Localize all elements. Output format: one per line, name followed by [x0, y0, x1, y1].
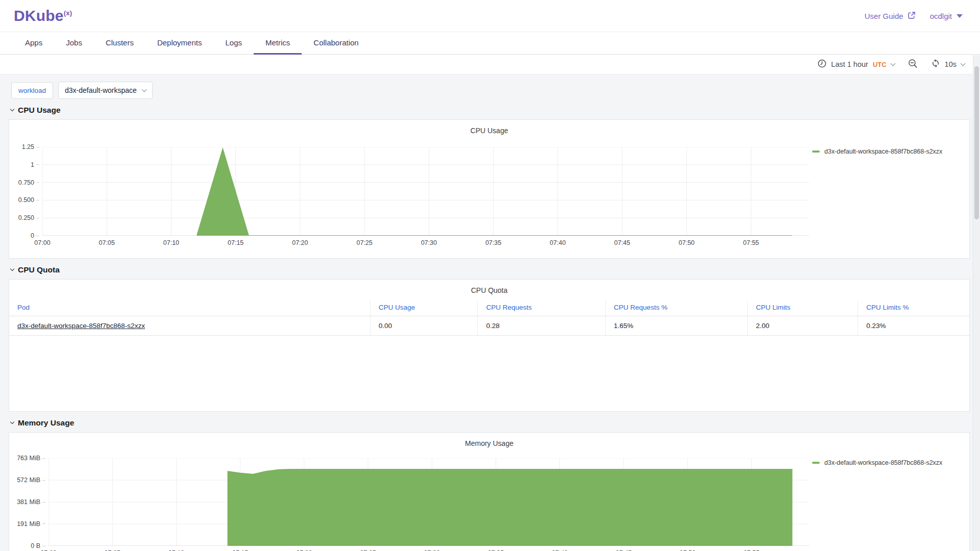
chart-title: CPU Usage	[9, 120, 969, 135]
collapse-chevron-icon	[10, 107, 14, 111]
table-cell: 0.00	[370, 316, 478, 336]
memory-usage-chart[interactable]: 0 B191 MiB381 MiB572 MiB763 MiB 07:0007:…	[9, 458, 809, 551]
col-header-cpu-requests-[interactable]: CPU Requests %	[605, 300, 747, 316]
cpu-usage-chart[interactable]: 00.2500.5000.75011.25 07:0007:0507:1007:…	[9, 147, 809, 247]
tab-logs[interactable]: Logs	[213, 32, 254, 55]
x-axis-labels: 07:0007:0507:1007:1507:2007:2507:3007:35…	[42, 239, 809, 247]
x-tick-label: 07:35	[485, 239, 501, 246]
caret-down-icon	[957, 14, 963, 18]
refresh-picker[interactable]: 10s	[931, 59, 965, 70]
dkube-logo[interactable]: DKube(x)	[14, 7, 72, 24]
app-header: DKube(x) User Guide ocdlgit	[0, 0, 980, 32]
workload-filter-label[interactable]: workload	[11, 82, 53, 99]
zoom-out-button[interactable]	[908, 59, 918, 70]
chevron-down-icon	[141, 87, 146, 92]
chevron-down-icon	[890, 61, 895, 66]
section-title: Memory Usage	[18, 418, 74, 428]
cpu-quota-table: PodCPU UsageCPU RequestsCPU Requests %CP…	[9, 300, 969, 336]
col-header-cpu-requests[interactable]: CPU Requests	[478, 300, 605, 316]
y-axis-labels: 00.2500.5000.75011.25	[9, 147, 42, 236]
section-header-cpu-quota[interactable]: CPU Quota	[11, 265, 980, 274]
y-tick-label: 0.750	[18, 179, 39, 186]
y-tick-label: 0 B	[31, 542, 45, 549]
timezone-label: UTC	[873, 61, 887, 68]
page-scrollbar	[973, 55, 980, 551]
col-header-cpu-limits[interactable]: CPU Limits	[747, 300, 857, 316]
section-title: CPU Quota	[18, 265, 60, 274]
workload-select[interactable]: d3x-default-workspace	[58, 82, 153, 99]
x-tick-label: 07:10	[163, 239, 179, 246]
cpu-usage-plot-area[interactable]	[42, 147, 809, 236]
section-header-memory-usage[interactable]: Memory Usage	[11, 418, 980, 428]
clock-icon	[818, 59, 826, 70]
x-tick-label: 07:55	[743, 239, 759, 246]
series-name[interactable]: d3x-default-workspace-858f7bc868-s2xzx	[824, 459, 942, 466]
y-tick-label: 763 MiB	[17, 455, 45, 462]
y-tick-label: 1	[31, 161, 39, 168]
x-tick-label: 07:45	[614, 239, 630, 246]
col-header-cpu-usage[interactable]: CPU Usage	[370, 300, 478, 316]
chart-legend: d3x-default-workspace-858f7bc868-s2xzx	[809, 148, 969, 155]
time-range-picker[interactable]: Last 1 hour UTC	[818, 59, 894, 70]
section-header-cpu-usage[interactable]: CPU Usage	[11, 106, 980, 115]
x-tick-label: 07:05	[99, 239, 115, 246]
y-tick-label: 0.500	[18, 196, 39, 204]
memory-usage-panel: Memory Usage 0 B191 MiB381 MiB572 MiB763…	[9, 432, 970, 551]
tab-clusters[interactable]: Clusters	[94, 32, 145, 55]
filter-row: workload d3x-default-workspace	[11, 82, 980, 99]
pod-link[interactable]: d3x-default-workspace-858f7bc868-s2xzx	[17, 322, 145, 330]
metrics-content: workload d3x-default-workspace CPU Usage…	[0, 74, 980, 551]
y-tick-label: 381 MiB	[17, 498, 45, 506]
collapse-chevron-icon	[10, 420, 14, 424]
time-range-label: Last 1 hour	[831, 60, 868, 68]
zoom-out-icon	[908, 59, 918, 70]
y-axis-labels: 0 B191 MiB381 MiB572 MiB763 MiB	[9, 458, 48, 546]
table-row: d3x-default-workspace-858f7bc868-s2xzx0.…	[9, 316, 969, 336]
tab-deployments[interactable]: Deployments	[145, 32, 214, 55]
cpu-usage-panel: CPU Usage 00.2500.5000.75011.25 07:0007:…	[9, 119, 970, 259]
series-color-marker	[812, 151, 820, 153]
memory-usage-plot-area[interactable]	[48, 458, 809, 546]
cpu-quota-panel: CPU Quota PodCPU UsageCPU RequestsCPU Re…	[9, 279, 970, 412]
tab-apps[interactable]: Apps	[13, 32, 54, 55]
table-cell: 2.00	[747, 316, 857, 336]
x-tick-label: 07:30	[421, 239, 437, 246]
y-tick-label: 0	[31, 232, 39, 239]
x-tick-label: 07:25	[356, 239, 372, 246]
user-account-menu[interactable]: ocdlgit	[930, 12, 963, 20]
table-cell: 1.65%	[605, 316, 747, 336]
user-guide-label: User Guide	[865, 12, 903, 20]
tab-jobs[interactable]: Jobs	[54, 32, 94, 55]
user-guide-link[interactable]: User Guide	[865, 11, 916, 21]
tab-metrics[interactable]: Metrics	[254, 32, 302, 55]
logo-superscript: (x)	[64, 9, 72, 17]
external-link-icon	[908, 11, 916, 21]
refresh-sync-icon	[931, 59, 940, 70]
table-cell: 0.28	[478, 316, 605, 336]
refresh-interval-label: 10s	[945, 60, 957, 68]
nav-tabs: AppsJobsClustersDeploymentsLogsMetricsCo…	[0, 32, 980, 55]
col-header-cpu-limits-[interactable]: CPU Limits %	[858, 300, 969, 316]
scrollbar-thumb[interactable]	[974, 66, 979, 219]
table-cell: 0.23%	[858, 316, 969, 336]
table-cell: d3x-default-workspace-858f7bc868-s2xzx	[9, 316, 370, 336]
chart-title: Memory Usage	[9, 433, 969, 447]
series-color-marker	[812, 462, 820, 464]
tab-collaboration[interactable]: Collaboration	[302, 32, 370, 55]
x-tick-label: 07:00	[34, 239, 50, 246]
chevron-down-icon	[961, 61, 966, 66]
y-tick-label: 0.250	[18, 214, 39, 221]
series-name[interactable]: d3x-default-workspace-858f7bc868-s2xzx	[824, 148, 942, 155]
y-tick-label: 1.25	[22, 143, 39, 151]
collapse-chevron-icon	[10, 267, 14, 271]
username: ocdlgit	[930, 12, 952, 20]
x-tick-label: 07:20	[292, 239, 308, 246]
x-tick-label: 07:15	[228, 239, 243, 246]
table-title: CPU Quota	[9, 280, 969, 294]
workload-selected-value: d3x-default-workspace	[65, 86, 137, 94]
col-header-pod[interactable]: Pod	[9, 300, 370, 316]
chart-legend: d3x-default-workspace-858f7bc868-s2xzx	[809, 459, 969, 466]
section-title: CPU Usage	[18, 106, 61, 115]
metrics-toolbar: Last 1 hour UTC 10s	[0, 55, 980, 74]
x-tick-label: 07:40	[550, 239, 566, 246]
